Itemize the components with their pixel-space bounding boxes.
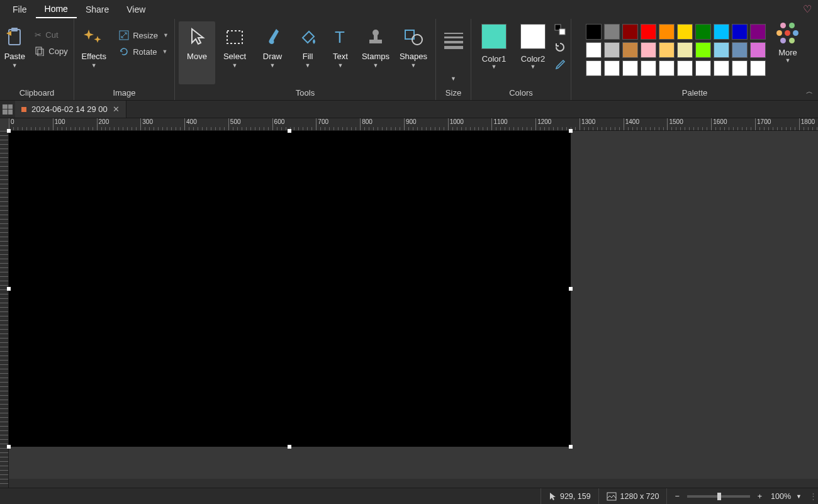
cursor-icon xyxy=(188,25,206,49)
palette-color[interactable] xyxy=(604,42,620,58)
menu-home[interactable]: Home xyxy=(36,1,77,18)
close-tab-button[interactable]: ✕ xyxy=(113,104,120,114)
palette-color[interactable] xyxy=(659,42,675,58)
palette-color[interactable] xyxy=(641,60,656,76)
chevron-down-icon: ▼ xyxy=(491,64,497,70)
canvas-viewport[interactable] xyxy=(9,131,818,479)
palette-color[interactable] xyxy=(695,60,711,76)
chevron-down-icon: ▼ xyxy=(91,62,97,69)
palette-color[interactable] xyxy=(659,24,675,40)
document-tab[interactable]: 2024-06-02 14 29 00 ✕ xyxy=(15,101,126,118)
resize-handle[interactable] xyxy=(7,129,11,133)
rotate-icon xyxy=(119,47,129,57)
cursor-position: 929, 159 xyxy=(541,488,598,504)
sparkle-icon xyxy=(84,25,104,49)
menu-share[interactable]: Share xyxy=(77,1,118,18)
palette-color[interactable] xyxy=(677,60,693,76)
copy-icon xyxy=(35,46,45,56)
copy-button[interactable]: Copy xyxy=(30,43,72,59)
resize-handle[interactable] xyxy=(7,445,11,449)
palette-color[interactable] xyxy=(604,24,620,40)
palette-color[interactable] xyxy=(586,60,602,76)
resize-handle[interactable] xyxy=(569,129,573,133)
palette-color[interactable] xyxy=(732,60,748,76)
line-weight-icon xyxy=(441,25,466,57)
collapse-ribbon-button[interactable]: ︿ xyxy=(806,87,813,96)
more-colors-icon xyxy=(776,21,799,44)
palette-color[interactable] xyxy=(732,24,748,40)
scissors-icon: ✂ xyxy=(35,30,42,40)
palette-color[interactable] xyxy=(714,24,729,40)
chevron-down-icon[interactable]: ▼ xyxy=(796,493,802,500)
palette-color[interactable] xyxy=(750,60,766,76)
eyedropper-icon[interactable] xyxy=(554,59,566,70)
palette-color[interactable] xyxy=(622,60,638,76)
canvas-dimensions: 1280 x 720 xyxy=(598,488,667,504)
text-tool[interactable]: T Text ▼ xyxy=(325,21,356,84)
palette-color[interactable] xyxy=(695,24,711,40)
chevron-down-icon: ▼ xyxy=(162,48,167,55)
resize-handle[interactable] xyxy=(288,445,291,449)
chevron-down-icon: ▼ xyxy=(785,57,791,64)
palette-color[interactable] xyxy=(677,24,693,40)
palette-color[interactable] xyxy=(641,24,656,40)
palette-color[interactable] xyxy=(586,42,602,58)
horizontal-scrollbar[interactable] xyxy=(9,479,818,488)
palette-color[interactable] xyxy=(641,42,656,58)
svg-rect-2 xyxy=(36,47,42,54)
menu-view[interactable]: View xyxy=(118,1,154,18)
move-tool[interactable]: Move xyxy=(179,21,215,84)
palette-color[interactable] xyxy=(659,60,675,76)
color1-button[interactable]: Color1 ▼ xyxy=(475,21,513,70)
size-button[interactable]: ▼ xyxy=(440,21,468,84)
palette-color[interactable] xyxy=(586,24,602,40)
palette-color[interactable] xyxy=(750,24,766,40)
zoom-level[interactable]: 100% xyxy=(771,492,791,501)
rotate-button[interactable]: Rotate ▼ xyxy=(114,44,174,59)
palette-color[interactable] xyxy=(604,60,620,76)
chevron-down-icon: ▼ xyxy=(270,62,276,69)
fill-tool[interactable]: Fill ▼ xyxy=(292,21,323,84)
menu-file[interactable]: File xyxy=(4,1,36,18)
palette-color[interactable] xyxy=(750,42,766,58)
effects-button[interactable]: Effects ▼ xyxy=(75,21,113,84)
resize-handle[interactable] xyxy=(569,287,573,291)
zoom-slider[interactable] xyxy=(687,495,750,498)
shapes-icon xyxy=(403,25,423,49)
svg-rect-13 xyxy=(559,29,565,35)
heart-icon[interactable]: ♡ xyxy=(803,3,812,15)
text-icon: T xyxy=(332,25,349,49)
palette-color[interactable] xyxy=(714,42,729,58)
palette-color[interactable] xyxy=(622,42,638,58)
color1-swatch xyxy=(481,24,507,49)
select-tool[interactable]: Select ▼ xyxy=(216,21,253,84)
palette-color[interactable] xyxy=(714,60,729,76)
color-palette xyxy=(586,21,766,76)
shapes-tool[interactable]: Shapes ▼ xyxy=(395,21,432,84)
reset-colors-icon[interactable] xyxy=(554,42,566,53)
swap-colors-icon[interactable] xyxy=(554,24,566,35)
clipboard-icon xyxy=(5,25,24,49)
resize-handle[interactable] xyxy=(288,129,291,133)
resize-handle[interactable] xyxy=(7,287,11,291)
palette-color[interactable] xyxy=(622,24,638,40)
palette-color[interactable] xyxy=(732,42,748,58)
vertical-ruler xyxy=(0,131,9,488)
resize-grip-icon: ⋮⋮ xyxy=(809,491,818,501)
palette-color[interactable] xyxy=(677,42,693,58)
paste-button[interactable]: Paste ▼ xyxy=(1,21,28,84)
resize-handle[interactable] xyxy=(569,445,573,449)
zoom-in-button[interactable]: + xyxy=(758,492,762,501)
color2-button[interactable]: Color2 ▼ xyxy=(514,21,552,70)
stamps-tool[interactable]: Stamps ▼ xyxy=(357,21,394,84)
window-grid-icon[interactable] xyxy=(3,104,13,115)
more-colors-button[interactable]: More ▼ xyxy=(772,21,804,64)
cut-button[interactable]: ✂ Cut xyxy=(30,28,72,42)
zoom-out-button[interactable]: − xyxy=(675,492,679,501)
palette-color[interactable] xyxy=(695,42,711,58)
chevron-down-icon: ▼ xyxy=(163,32,169,38)
resize-button[interactable]: Resize ▼ xyxy=(114,28,174,43)
draw-tool[interactable]: Draw ▼ xyxy=(254,21,291,84)
chevron-down-icon: ▼ xyxy=(451,76,456,82)
canvas[interactable] xyxy=(9,131,571,447)
